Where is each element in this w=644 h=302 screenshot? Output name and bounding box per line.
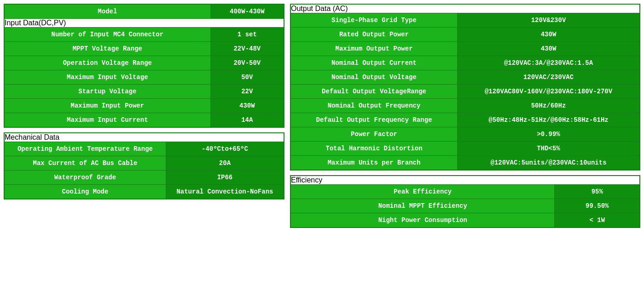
row-value: 50V <box>210 70 284 85</box>
table-row: Night Power Consumption < 1W <box>290 213 640 228</box>
table-row: Cooling Mode Natural Convection-NoFans <box>4 185 284 199</box>
table-row: Total Harmonic Distortion THD<5% <box>290 142 640 156</box>
row-value: 99.50% <box>555 199 640 213</box>
row-value: 120VAC/230VAC <box>458 70 640 85</box>
row-value: 50Hz/60Hz <box>458 99 640 113</box>
row-value: 1 set <box>210 28 284 42</box>
row-label: Peak Efficiency <box>290 185 555 199</box>
row-value: < 1W <box>555 213 640 228</box>
row-label: Total Harmonic Distortion <box>290 142 458 156</box>
table-row: Operating Ambient Temperature Range -40º… <box>4 142 284 156</box>
row-label: Operating Ambient Temperature Range <box>4 142 166 156</box>
table-row: Nominal Output Current @120VAC:3A/@230VA… <box>290 56 640 70</box>
table-row: Waterproof Grade IP66 <box>4 171 284 185</box>
row-label: Maximum Input Voltage <box>4 70 210 85</box>
efficiency-section-header: Efficiency <box>290 176 640 185</box>
row-label: Single-Phase Grid Type <box>290 13 458 28</box>
input-data-table: Model 400W-430W Input Data(DC,PV) Number… <box>4 4 284 128</box>
mechanical-section-title: Mechanical Data <box>4 133 284 142</box>
row-label: Default Output VoltageRange <box>290 85 458 99</box>
table-row: Maximum Input Current 14A <box>4 113 284 128</box>
row-value: 430W <box>210 99 284 113</box>
row-label: Nominal Output Current <box>290 56 458 70</box>
output-section-title: Output Data (AC) <box>290 4 640 13</box>
row-value: -40ºCto+65ºC <box>166 142 284 156</box>
table-row: Nominal Output Voltage 120VAC/230VAC <box>290 70 640 85</box>
row-value: 14A <box>210 113 284 128</box>
row-value: THD<5% <box>458 142 640 156</box>
left-panel: Model 400W-430W Input Data(DC,PV) Number… <box>4 4 284 228</box>
row-value: @120VAC:5units/@230VAC:10units <box>458 156 640 171</box>
output-data-table: Output Data (AC) Single-Phase Grid Type … <box>290 4 640 171</box>
row-label: MPPT Voltage Range <box>4 42 210 56</box>
row-value: @120VAC:3A/@230VAC:1.5A <box>458 56 640 70</box>
table-row: Maximum Input Voltage 50V <box>4 70 284 85</box>
row-label: Startup Voltage <box>4 85 210 99</box>
input-section-header: Input Data(DC,PV) <box>4 19 284 28</box>
row-value: IP66 <box>166 171 284 185</box>
table-row: Startup Voltage 22V <box>4 85 284 99</box>
row-label: Operation Voltage Range <box>4 56 210 70</box>
row-label: Nominal Output Voltage <box>290 70 458 85</box>
row-label: Maximum Input Current <box>4 113 210 128</box>
row-value: 20A <box>166 156 284 171</box>
input-section-title: Input Data(DC,PV) <box>4 19 284 28</box>
output-section-header: Output Data (AC) <box>290 4 640 13</box>
efficiency-section-title: Efficiency <box>290 176 640 185</box>
model-label: Model <box>4 4 210 19</box>
row-value: 22V <box>210 85 284 99</box>
row-value: 20V-50V <box>210 56 284 70</box>
table-row: Peak Efficiency 95% <box>290 185 640 199</box>
table-row: Rated Output Power 430W <box>290 28 640 42</box>
row-value: >0.99% <box>458 127 640 142</box>
row-value: 95% <box>555 185 640 199</box>
right-panel: Output Data (AC) Single-Phase Grid Type … <box>290 4 640 228</box>
table-row: Maximum Output Power 430W <box>290 42 640 56</box>
row-label: Rated Output Power <box>290 28 458 42</box>
row-value: 22V-48V <box>210 42 284 56</box>
row-value: 430W <box>458 28 640 42</box>
model-row: Model 400W-430W <box>4 4 284 19</box>
row-value: @50Hz:48Hz-51Hz/@60Hz:58Hz-61Hz <box>458 113 640 127</box>
row-label: Cooling Mode <box>4 185 166 199</box>
main-container: Model 400W-430W Input Data(DC,PV) Number… <box>4 4 640 228</box>
row-label: Night Power Consumption <box>290 213 555 228</box>
table-row: Nominal Output Frequency 50Hz/60Hz <box>290 99 640 113</box>
efficiency-table: Efficiency Peak Efficiency 95% Nominal M… <box>290 175 640 228</box>
table-row: Default Output Frequency Range @50Hz:48H… <box>290 113 640 127</box>
mechanical-section-header: Mechanical Data <box>4 133 284 142</box>
row-label: Waterproof Grade <box>4 171 166 185</box>
table-row: Number of Input MC4 Connector 1 set <box>4 28 284 42</box>
table-row: Power Factor >0.99% <box>290 127 640 142</box>
row-value: 120V&230V <box>458 13 640 28</box>
row-label: Nominal Output Frequency <box>290 99 458 113</box>
row-label: Max Current of AC Bus Cable <box>4 156 166 171</box>
model-value: 400W-430W <box>210 4 284 19</box>
row-label: Nominal MPPT Efficiency <box>290 199 555 213</box>
row-value: @120VAC80V-160V/@230VAC:180V-270V <box>458 85 640 99</box>
mechanical-data-table: Mechanical Data Operating Ambient Temper… <box>4 132 284 199</box>
table-row: Max Current of AC Bus Cable 20A <box>4 156 284 171</box>
table-row: MPPT Voltage Range 22V-48V <box>4 42 284 56</box>
table-row: Maximum Units per Branch @120VAC:5units/… <box>290 156 640 171</box>
row-value: Natural Convection-NoFans <box>166 185 284 199</box>
table-row: Operation Voltage Range 20V-50V <box>4 56 284 70</box>
row-label: Maximum Output Power <box>290 42 458 56</box>
row-label: Number of Input MC4 Connector <box>4 28 210 42</box>
table-row: Maximum Input Power 430W <box>4 99 284 113</box>
table-row: Nominal MPPT Efficiency 99.50% <box>290 199 640 213</box>
row-label: Power Factor <box>290 127 458 142</box>
row-value: 430W <box>458 42 640 56</box>
row-label: Maximum Input Power <box>4 99 210 113</box>
row-label: Maximum Units per Branch <box>290 156 458 171</box>
row-label: Default Output Frequency Range <box>290 113 458 127</box>
table-row: Default Output VoltageRange @120VAC80V-1… <box>290 85 640 99</box>
table-row: Single-Phase Grid Type 120V&230V <box>290 13 640 28</box>
